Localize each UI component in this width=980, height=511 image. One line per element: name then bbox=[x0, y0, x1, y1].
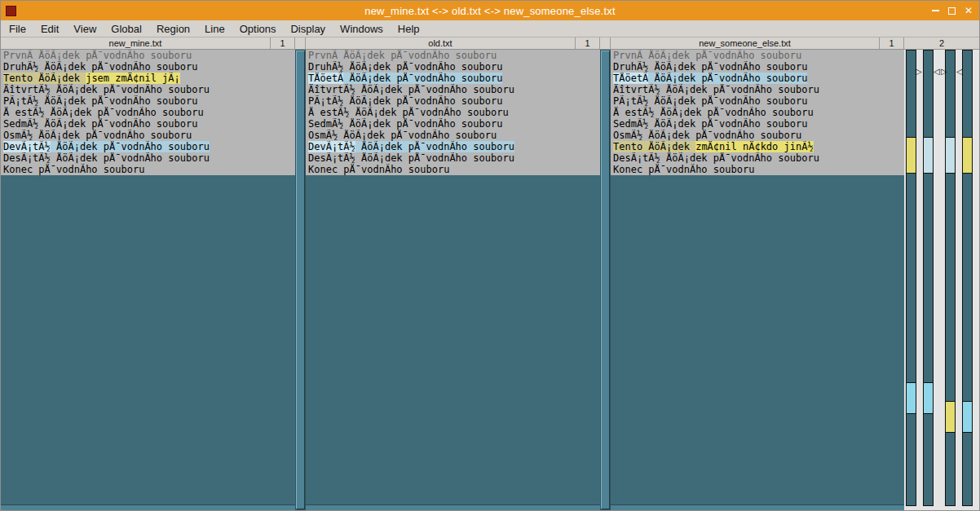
line-text: ÄîtvrtÃ½ ÅöÃ¡dek pÅ¯vodnÃho souboru bbox=[3, 84, 210, 95]
diff-line[interactable]: TÅöetÃ ÅöÃ¡dek pÅ¯vodnÃho souboru bbox=[306, 73, 600, 84]
titlebar[interactable]: new_mine.txt <-> old.txt <-> new_someone… bbox=[1, 1, 979, 20]
nav-arrow-icon[interactable]: ◁ bbox=[956, 68, 963, 76]
menu-options[interactable]: Options bbox=[232, 21, 284, 37]
diff-segment bbox=[946, 401, 955, 433]
pane-title-1: new_mine.txt bbox=[1, 37, 271, 49]
diff-segment bbox=[924, 382, 933, 414]
pane-title-3: new_someone_else.txt bbox=[611, 37, 880, 49]
diff-line[interactable]: DruhÃ½ ÅöÃ¡dek pÅ¯vodnÃho souboru bbox=[1, 61, 295, 73]
diff-line[interactable]: PÃ¡tÃ½ ÅöÃ¡dek pÅ¯vodnÃho souboru bbox=[1, 95, 295, 107]
menu-windows[interactable]: Windows bbox=[333, 21, 391, 37]
nav-arrow-icon[interactable]: ◁ bbox=[934, 68, 940, 76]
line-text: Å estÃ½ ÅöÃ¡dek pÅ¯vodnÃho souboru bbox=[3, 107, 204, 118]
line-text: PrvnÃ ÅöÃ¡dek pÅ¯vodnÃho souboru bbox=[613, 50, 801, 61]
diff-panes: PrvnÃ ÅöÃ¡dek pÅ¯vodnÃho souboruDruhÃ½ Å… bbox=[1, 50, 979, 510]
diff-line[interactable]: Konec pÅ¯vodnÃho souboru bbox=[611, 164, 904, 175]
diff-line[interactable]: DevÃ¡tÃ½ ÅöÃ¡dek pÅ¯vodnÃho souboru bbox=[306, 141, 600, 152]
menu-global[interactable]: Global bbox=[104, 21, 149, 37]
line-text: PrvnÃ ÅöÃ¡dek pÅ¯vodnÃho souboru bbox=[3, 50, 192, 61]
diff-line[interactable]: OsmÃ½ ÅöÃ¡dek pÅ¯vodnÃho souboru bbox=[1, 130, 295, 141]
diff-line[interactable]: ÄîtvrtÃ½ ÅöÃ¡dek pÅ¯vodnÃho souboru bbox=[306, 84, 600, 95]
pane-1-body: PrvnÃ ÅöÃ¡dek pÅ¯vodnÃho souboruDruhÃ½ Å… bbox=[1, 50, 295, 510]
empty-area bbox=[1, 175, 295, 504]
overview-strip-merged[interactable] bbox=[962, 50, 973, 506]
overview-header: 2 bbox=[904, 37, 979, 49]
menu-edit[interactable]: Edit bbox=[33, 21, 66, 37]
line-text: TÅöetÃ bbox=[613, 73, 648, 84]
line-text: OsmÃ½ ÅöÃ¡dek pÅ¯vodnÃho souboru bbox=[308, 130, 497, 141]
diff-line[interactable]: DesÃ¡tÃ½ ÅöÃ¡dek pÅ¯vodnÃho souboru bbox=[611, 152, 904, 164]
diff-line[interactable]: Å estÃ½ ÅöÃ¡dek pÅ¯vodnÃho souboru bbox=[611, 107, 904, 118]
line-text: SedmÃ½ ÅöÃ¡dek pÅ¯vodnÃho souboru bbox=[613, 118, 807, 130]
diff-line[interactable]: Å estÃ½ ÅöÃ¡dek pÅ¯vodnÃho souboru bbox=[306, 107, 600, 118]
line-text: OsmÃ½ ÅöÃ¡dek pÅ¯vodnÃho souboru bbox=[613, 130, 801, 141]
horizontal-scrollbar[interactable] bbox=[1, 504, 295, 510]
nav-arrow-icon[interactable]: ▷ bbox=[941, 68, 947, 76]
menu-display[interactable]: Display bbox=[283, 21, 333, 37]
pane-3-line-number: 1 bbox=[880, 37, 904, 49]
diff-line[interactable]: Tento ÅöÃ¡dek zmÄ¢nil nÄ¢kdo jinÃ½ bbox=[611, 141, 904, 152]
diff-line[interactable]: OsmÃ½ ÅöÃ¡dek pÅ¯vodnÃho souboru bbox=[306, 130, 600, 141]
diff-line[interactable]: DruhÃ½ ÅöÃ¡dek pÅ¯vodnÃho souboru bbox=[611, 61, 904, 73]
diff-line[interactable]: Tento ÅöÃ¡dek jsem zmÄ¢nil jÃ¡ bbox=[1, 73, 295, 84]
overview-strip-file2[interactable] bbox=[923, 50, 934, 506]
diff-line[interactable]: PÃ¡tÃ½ ÅöÃ¡dek pÅ¯vodnÃho souboru bbox=[611, 95, 904, 107]
menu-help[interactable]: Help bbox=[391, 21, 427, 37]
diff-line[interactable]: SedmÃ½ ÅöÃ¡dek pÅ¯vodnÃho souboru bbox=[611, 118, 904, 130]
diff-line[interactable]: PrvnÃ ÅöÃ¡dek pÅ¯vodnÃho souboru bbox=[306, 50, 600, 61]
pane-3-body: PrvnÃ ÅöÃ¡dek pÅ¯vodnÃho souboruDruhÃ½ Å… bbox=[611, 50, 904, 510]
line-text: DruhÃ½ ÅöÃ¡dek pÅ¯vodnÃho souboru bbox=[308, 61, 502, 73]
window-controls: ✕ bbox=[932, 1, 973, 20]
minimize-button[interactable] bbox=[932, 10, 939, 11]
horizontal-scrollbar[interactable] bbox=[306, 504, 600, 510]
scrollbar-handle[interactable] bbox=[601, 51, 610, 509]
overview-strip-file1[interactable] bbox=[906, 50, 916, 506]
menu-view[interactable]: View bbox=[66, 21, 104, 37]
diff-line[interactable]: Konec pÅ¯vodnÃho souboru bbox=[1, 164, 295, 175]
line-text: ÅöÃ¡dek pÅ¯vodnÃho souboru bbox=[648, 73, 807, 84]
menu-file[interactable]: File bbox=[2, 21, 33, 37]
line-text: SedmÃ½ ÅöÃ¡dek pÅ¯vodnÃho souboru bbox=[3, 118, 197, 130]
line-text: TÅöetÃ bbox=[308, 73, 343, 84]
diff-line[interactable]: PÃ¡tÃ½ ÅöÃ¡dek pÅ¯vodnÃho souboru bbox=[306, 95, 600, 107]
diff-line[interactable]: TÅöetÃ ÅöÃ¡dek pÅ¯vodnÃho souboru bbox=[611, 73, 904, 84]
line-text: Konec pÅ¯vodnÃho souboru bbox=[613, 164, 754, 175]
line-text: Konec pÅ¯vodnÃho souboru bbox=[308, 164, 449, 175]
menu-region[interactable]: Region bbox=[149, 21, 197, 37]
diff-segment bbox=[963, 137, 972, 174]
maximize-button[interactable] bbox=[948, 7, 956, 15]
scrollbar-handle[interactable] bbox=[296, 51, 305, 509]
line-text: SedmÃ½ ÅöÃ¡dek pÅ¯vodnÃho souboru bbox=[308, 118, 502, 130]
line-text: DesÃ¡tÃ½ ÅöÃ¡dek pÅ¯vodnÃho souboru bbox=[308, 152, 514, 164]
diff-line[interactable]: SedmÃ½ ÅöÃ¡dek pÅ¯vodnÃho souboru bbox=[306, 118, 600, 130]
pane-1-line-number: 1 bbox=[271, 37, 295, 49]
diff-line[interactable]: SedmÃ½ ÅöÃ¡dek pÅ¯vodnÃho souboru bbox=[1, 118, 295, 130]
menu-line[interactable]: Line bbox=[197, 21, 232, 37]
diff-line[interactable]: DesÃ¡tÃ½ ÅöÃ¡dek pÅ¯vodnÃho souboru bbox=[1, 152, 295, 164]
diff-line[interactable]: ÄîtvrtÃ½ ÅöÃ¡dek pÅ¯vodnÃho souboru bbox=[1, 84, 295, 95]
diff-line[interactable]: Konec pÅ¯vodnÃho souboru bbox=[306, 164, 600, 175]
line-text: DruhÃ½ ÅöÃ¡dek pÅ¯vodnÃho souboru bbox=[3, 61, 197, 73]
diff-line[interactable]: PrvnÃ ÅöÃ¡dek pÅ¯vodnÃho souboru bbox=[611, 50, 904, 61]
diff-line[interactable]: Å estÃ½ ÅöÃ¡dek pÅ¯vodnÃho souboru bbox=[1, 107, 295, 118]
diff-line[interactable]: PrvnÃ ÅöÃ¡dek pÅ¯vodnÃho souboru bbox=[1, 50, 295, 61]
diff-line[interactable]: DesÃ¡tÃ½ ÅöÃ¡dek pÅ¯vodnÃho souboru bbox=[306, 152, 600, 164]
vertical-scrollbar[interactable] bbox=[600, 50, 611, 510]
line-text: Tento ÅöÃ¡dek bbox=[613, 141, 695, 152]
diff-line[interactable]: OsmÃ½ ÅöÃ¡dek pÅ¯vodnÃho souboru bbox=[611, 130, 904, 141]
xxdiff-window: new_mine.txt <-> old.txt <-> new_someone… bbox=[0, 0, 980, 511]
line-text: jsem zmÄ¢nil jÃ¡ bbox=[86, 73, 180, 84]
empty-area bbox=[306, 175, 600, 504]
menubar: FileEditViewGlobalRegionLineOptionsDispl… bbox=[1, 20, 979, 37]
overview-strip-file3[interactable] bbox=[945, 50, 956, 506]
diff-segment bbox=[963, 401, 972, 433]
nav-arrow-icon[interactable]: ▷ bbox=[916, 68, 922, 76]
diff-line[interactable]: DruhÃ½ ÅöÃ¡dek pÅ¯vodnÃho souboru bbox=[306, 61, 600, 73]
pane-header-row: new_mine.txt1old.txt1new_someone_else.tx… bbox=[1, 37, 979, 50]
diff-line[interactable]: ÄîtvrtÃ½ ÅöÃ¡dek pÅ¯vodnÃho souboru bbox=[611, 84, 904, 95]
horizontal-scrollbar[interactable] bbox=[611, 504, 904, 510]
diff-line[interactable]: DevÃ¡tÃ½ ÅöÃ¡dek pÅ¯vodnÃho souboru bbox=[1, 141, 295, 152]
close-button[interactable]: ✕ bbox=[965, 6, 973, 15]
line-text: ÅöÃ¡dek pÅ¯vodnÃho souboru bbox=[343, 73, 502, 84]
vertical-scrollbar[interactable] bbox=[295, 50, 306, 510]
